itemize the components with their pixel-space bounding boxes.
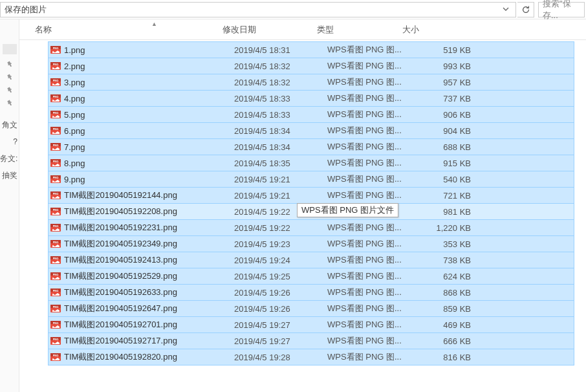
svg-text:PNG: PNG xyxy=(53,289,59,292)
png-file-icon: PNG xyxy=(50,157,61,169)
pin-icon[interactable] xyxy=(3,71,16,83)
search-placeholder: 搜索"保存... xyxy=(543,0,580,21)
search-input[interactable]: 搜索"保存... xyxy=(538,2,585,17)
pin-icon[interactable] xyxy=(3,96,16,109)
file-row[interactable]: PNGTIM截图20190405192701.png2019/4/5 19:27… xyxy=(48,316,574,333)
svg-text:PNG: PNG xyxy=(53,224,59,228)
file-type: WPS看图 PNG 图... xyxy=(325,141,414,153)
file-row[interactable]: PNGTIM截图20190405192820.png2019/4/5 19:28… xyxy=(48,349,574,365)
file-row[interactable]: PNGTIM截图20190405192413.png2019/4/5 19:24… xyxy=(48,252,574,268)
file-date: 2019/4/5 18:35 xyxy=(234,158,325,168)
png-file-icon: PNG xyxy=(50,109,61,120)
file-type: WPS看图 PNG 图... xyxy=(325,44,414,56)
svg-text:PNG: PNG xyxy=(53,47,59,50)
svg-text:PNG: PNG xyxy=(53,208,59,212)
pin-icon[interactable] xyxy=(3,58,16,70)
file-row[interactable]: PNG1.png2019/4/5 18:31WPS看图 PNG 图...519 … xyxy=(48,41,574,58)
file-type: WPS看图 PNG 图... xyxy=(325,93,414,104)
svg-text:PNG: PNG xyxy=(53,127,59,131)
address-toolbar: 保存的图片 搜索"保存... xyxy=(0,0,586,19)
file-type: WPS看图 PNG 图... xyxy=(325,270,414,282)
file-row[interactable]: PNGTIM截图20190405192717.png2019/4/5 19:27… xyxy=(48,332,574,349)
png-file-icon: PNG xyxy=(50,254,61,266)
png-file-icon: PNG xyxy=(50,93,61,104)
file-row[interactable]: PNGTIM截图20190405192144.png2019/4/5 19:21… xyxy=(48,187,574,204)
file-type: WPS看图 PNG 图... xyxy=(325,76,414,88)
file-row[interactable]: PNGTIM截图20190405192647.png2019/4/5 19:26… xyxy=(48,300,574,317)
png-file-icon: PNG xyxy=(50,173,61,185)
file-name: TIM截图20190405192349.png xyxy=(64,238,177,250)
path-dropdown-chevron[interactable] xyxy=(500,5,512,14)
file-date: 2019/4/5 19:28 xyxy=(234,353,325,362)
png-file-icon: PNG xyxy=(50,44,61,56)
file-row[interactable]: PNG4.png2019/4/5 18:33WPS看图 PNG 图...737 … xyxy=(48,90,574,107)
file-name: TIM截图20190405192208.png xyxy=(64,206,177,217)
file-size: 816 KB xyxy=(414,353,479,362)
sidebar-text[interactable]: ? xyxy=(0,133,19,150)
file-type: WPS看图 PNG 图... xyxy=(325,157,414,169)
file-row[interactable]: PNG7.png2019/4/5 18:34WPS看图 PNG 图...688 … xyxy=(48,138,574,155)
svg-text:PNG: PNG xyxy=(53,354,59,357)
svg-text:PNG: PNG xyxy=(53,305,59,309)
file-date: 2019/4/5 18:32 xyxy=(234,78,325,87)
file-size: 688 KB xyxy=(414,142,479,152)
sidebar-text[interactable]: 角文 xyxy=(0,116,19,133)
file-date: 2019/4/5 19:22 xyxy=(234,223,325,233)
svg-text:PNG: PNG xyxy=(53,79,59,82)
file-row[interactable]: PNG3.png2019/4/5 18:32WPS看图 PNG 图...957 … xyxy=(48,74,574,91)
file-date: 2019/4/5 19:21 xyxy=(234,191,325,201)
refresh-button[interactable] xyxy=(517,2,534,17)
file-date: 2019/4/5 18:33 xyxy=(234,110,325,120)
file-type: WPS看图 PNG 图... xyxy=(325,109,414,120)
file-size: 721 KB xyxy=(414,191,479,201)
column-header-name[interactable]: 名称 ▲ xyxy=(31,19,222,39)
png-file-icon: PNG xyxy=(50,76,61,88)
svg-text:PNG: PNG xyxy=(53,63,59,66)
column-header-size[interactable]: 大小 xyxy=(402,19,467,39)
file-date: 2019/4/5 19:27 xyxy=(234,320,325,330)
path-box[interactable]: 保存的图片 xyxy=(0,2,516,17)
file-type: WPS看图 PNG 图... xyxy=(325,60,414,72)
file-row[interactable]: PNGTIM截图20190405192231.png2019/4/5 19:22… xyxy=(48,219,574,236)
png-file-icon: PNG xyxy=(50,125,61,136)
png-file-icon: PNG xyxy=(50,303,61,314)
column-label: 类型 xyxy=(317,24,334,36)
file-date: 2019/4/5 19:26 xyxy=(234,304,325,314)
file-row[interactable]: PNGTIM截图20190405192633.png2019/4/5 19:26… xyxy=(48,284,574,301)
file-row[interactable]: PNGTIM截图20190405192529.png2019/4/5 19:25… xyxy=(48,268,574,285)
svg-text:PNG: PNG xyxy=(53,192,59,195)
file-size: 624 KB xyxy=(414,272,479,281)
file-list: PNG1.png2019/4/5 18:31WPS看图 PNG 图...519 … xyxy=(19,40,586,365)
file-date: 2019/4/5 18:32 xyxy=(234,61,325,71)
file-type: WPS看图 PNG 图... xyxy=(325,125,414,136)
svg-text:PNG: PNG xyxy=(53,241,59,244)
file-name: 4.png xyxy=(64,94,85,103)
file-row[interactable]: PNG6.png2019/4/5 18:34WPS看图 PNG 图...904 … xyxy=(48,122,574,139)
file-type: WPS看图 PNG 图... xyxy=(325,190,414,201)
tooltip: WPS看图 PNG 图片文件 xyxy=(297,203,398,217)
column-header-type[interactable]: 类型 xyxy=(313,19,402,39)
svg-text:PNG: PNG xyxy=(53,160,59,163)
png-file-icon: PNG xyxy=(50,190,61,201)
file-name: TIM截图20190405192633.png xyxy=(64,287,177,298)
file-name: TIM截图20190405192701.png xyxy=(64,319,177,331)
column-header-date[interactable]: 修改日期 xyxy=(222,19,313,39)
file-date: 2019/4/5 19:24 xyxy=(234,256,325,265)
png-file-icon: PNG xyxy=(50,287,61,298)
file-name: TIM截图20190405192529.png xyxy=(64,270,177,282)
file-date: 2019/4/5 18:31 xyxy=(234,45,325,55)
sidebar-text[interactable]: 务文: xyxy=(0,150,19,167)
file-row[interactable]: PNGTIM截图20190405192349.png2019/4/5 19:23… xyxy=(48,235,574,252)
file-size: 738 KB xyxy=(414,256,479,265)
column-label: 修改日期 xyxy=(222,24,256,36)
file-row[interactable]: PNG8.png2019/4/5 18:35WPS看图 PNG 图...915 … xyxy=(48,155,574,171)
file-row[interactable]: PNG2.png2019/4/5 18:32WPS看图 PNG 图...993 … xyxy=(48,58,574,74)
file-row[interactable]: PNG9.png2019/4/5 19:21WPS看图 PNG 图...540 … xyxy=(48,171,574,188)
file-row[interactable]: PNG5.png2019/4/5 18:33WPS看图 PNG 图...906 … xyxy=(48,106,574,123)
sidebar-text[interactable]: 抽奖 xyxy=(0,167,19,184)
file-date: 2019/4/5 19:21 xyxy=(234,175,325,184)
sidebar: 角文 ? 务文: 抽奖 xyxy=(0,19,19,392)
png-file-icon: PNG xyxy=(50,335,61,347)
pin-icon[interactable] xyxy=(3,83,16,96)
file-view: 名称 ▲ 修改日期 类型 大小 PNG1.png2019/4/5 18:31WP… xyxy=(19,19,586,392)
